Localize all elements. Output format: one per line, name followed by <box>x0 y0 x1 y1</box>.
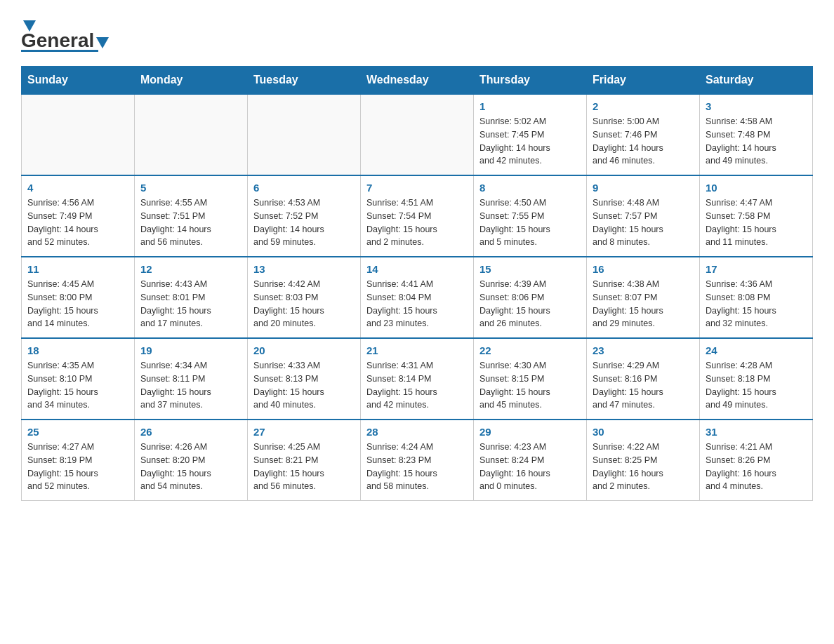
logo: General <box>21 14 109 52</box>
day-number: 1 <box>479 100 581 112</box>
weekday-header-sunday: Sunday <box>22 67 135 95</box>
weekday-header-wednesday: Wednesday <box>361 67 474 95</box>
day-number: 8 <box>479 182 581 194</box>
week-row-4: 18Sunrise: 4:35 AM Sunset: 8:10 PM Dayli… <box>22 338 813 420</box>
logo-underline <box>21 50 98 52</box>
calendar-cell: 2Sunrise: 5:00 AM Sunset: 7:46 PM Daylig… <box>587 94 700 175</box>
calendar-cell: 28Sunrise: 4:24 AM Sunset: 8:23 PM Dayli… <box>361 420 474 501</box>
day-info: Sunrise: 4:56 AM Sunset: 7:49 PM Dayligh… <box>27 196 128 249</box>
calendar-cell: 22Sunrise: 4:30 AM Sunset: 8:15 PM Dayli… <box>474 338 587 420</box>
day-info: Sunrise: 4:31 AM Sunset: 8:14 PM Dayligh… <box>366 359 468 412</box>
day-number: 24 <box>706 344 807 356</box>
day-number: 25 <box>27 426 128 438</box>
weekday-header-thursday: Thursday <box>474 67 587 95</box>
calendar-cell: 5Sunrise: 4:55 AM Sunset: 7:51 PM Daylig… <box>135 175 248 257</box>
day-info: Sunrise: 4:28 AM Sunset: 8:18 PM Dayligh… <box>706 359 807 412</box>
calendar-cell: 13Sunrise: 4:42 AM Sunset: 8:03 PM Dayli… <box>248 257 361 338</box>
day-number: 4 <box>27 182 128 194</box>
day-number: 15 <box>479 263 581 275</box>
calendar-cell: 9Sunrise: 4:48 AM Sunset: 7:57 PM Daylig… <box>587 175 700 257</box>
day-number: 20 <box>253 344 355 356</box>
calendar-cell <box>361 94 474 175</box>
calendar-cell: 15Sunrise: 4:39 AM Sunset: 8:06 PM Dayli… <box>474 257 587 338</box>
day-number: 23 <box>593 344 694 356</box>
day-number: 7 <box>366 182 468 194</box>
calendar-cell: 6Sunrise: 4:53 AM Sunset: 7:52 PM Daylig… <box>248 175 361 257</box>
day-info: Sunrise: 4:22 AM Sunset: 8:25 PM Dayligh… <box>593 441 694 493</box>
calendar-cell: 3Sunrise: 4:58 AM Sunset: 7:48 PM Daylig… <box>700 94 813 175</box>
week-row-1: 1Sunrise: 5:02 AM Sunset: 7:45 PM Daylig… <box>22 94 813 175</box>
day-number: 10 <box>706 182 807 194</box>
day-number: 16 <box>593 263 694 275</box>
calendar-cell: 24Sunrise: 4:28 AM Sunset: 8:18 PM Dayli… <box>700 338 813 420</box>
day-info: Sunrise: 4:43 AM Sunset: 8:01 PM Dayligh… <box>140 278 241 330</box>
calendar-cell: 23Sunrise: 4:29 AM Sunset: 8:16 PM Dayli… <box>587 338 700 420</box>
day-info: Sunrise: 4:23 AM Sunset: 8:24 PM Dayligh… <box>479 441 581 493</box>
day-info: Sunrise: 4:25 AM Sunset: 8:21 PM Dayligh… <box>253 441 355 493</box>
calendar-cell: 27Sunrise: 4:25 AM Sunset: 8:21 PM Dayli… <box>248 420 361 501</box>
weekday-header-saturday: Saturday <box>700 67 813 95</box>
weekday-header-row: SundayMondayTuesdayWednesdayThursdayFrid… <box>22 67 813 95</box>
calendar-cell: 16Sunrise: 4:38 AM Sunset: 8:07 PM Dayli… <box>587 257 700 338</box>
calendar-cell: 26Sunrise: 4:26 AM Sunset: 8:20 PM Dayli… <box>135 420 248 501</box>
day-info: Sunrise: 4:47 AM Sunset: 7:58 PM Dayligh… <box>706 196 807 249</box>
calendar-cell <box>135 94 248 175</box>
day-number: 28 <box>366 426 468 438</box>
calendar-cell: 10Sunrise: 4:47 AM Sunset: 7:58 PM Dayli… <box>700 175 813 257</box>
calendar-cell: 7Sunrise: 4:51 AM Sunset: 7:54 PM Daylig… <box>361 175 474 257</box>
day-number: 31 <box>706 426 807 438</box>
day-number: 30 <box>593 426 694 438</box>
logo-general-text2: General <box>21 29 94 52</box>
day-number: 2 <box>593 100 694 112</box>
day-info: Sunrise: 4:55 AM Sunset: 7:51 PM Dayligh… <box>140 196 241 249</box>
day-info: Sunrise: 4:29 AM Sunset: 8:16 PM Dayligh… <box>593 359 694 412</box>
day-info: Sunrise: 4:58 AM Sunset: 7:48 PM Dayligh… <box>706 115 807 168</box>
day-number: 21 <box>366 344 468 356</box>
day-info: Sunrise: 4:30 AM Sunset: 8:15 PM Dayligh… <box>479 359 581 412</box>
day-number: 26 <box>140 426 241 438</box>
day-info: Sunrise: 4:34 AM Sunset: 8:11 PM Dayligh… <box>140 359 241 412</box>
calendar-cell: 19Sunrise: 4:34 AM Sunset: 8:11 PM Dayli… <box>135 338 248 420</box>
day-number: 11 <box>27 263 128 275</box>
day-info: Sunrise: 4:38 AM Sunset: 8:07 PM Dayligh… <box>593 278 694 330</box>
week-row-5: 25Sunrise: 4:27 AM Sunset: 8:19 PM Dayli… <box>22 420 813 501</box>
day-info: Sunrise: 4:24 AM Sunset: 8:23 PM Dayligh… <box>366 441 468 493</box>
day-info: Sunrise: 4:36 AM Sunset: 8:08 PM Dayligh… <box>706 278 807 330</box>
day-info: Sunrise: 4:53 AM Sunset: 7:52 PM Dayligh… <box>253 196 355 249</box>
calendar-cell: 21Sunrise: 4:31 AM Sunset: 8:14 PM Dayli… <box>361 338 474 420</box>
day-number: 3 <box>706 100 807 112</box>
day-number: 19 <box>140 344 241 356</box>
day-info: Sunrise: 4:33 AM Sunset: 8:13 PM Dayligh… <box>253 359 355 412</box>
day-info: Sunrise: 5:00 AM Sunset: 7:46 PM Dayligh… <box>593 115 694 168</box>
day-number: 6 <box>253 182 355 194</box>
calendar-cell: 8Sunrise: 4:50 AM Sunset: 7:55 PM Daylig… <box>474 175 587 257</box>
calendar-cell: 17Sunrise: 4:36 AM Sunset: 8:08 PM Dayli… <box>700 257 813 338</box>
day-info: Sunrise: 4:35 AM Sunset: 8:10 PM Dayligh… <box>27 359 128 412</box>
day-info: Sunrise: 4:48 AM Sunset: 7:57 PM Dayligh… <box>593 196 694 249</box>
day-info: Sunrise: 4:45 AM Sunset: 8:00 PM Dayligh… <box>27 278 128 330</box>
calendar-cell: 25Sunrise: 4:27 AM Sunset: 8:19 PM Dayli… <box>22 420 135 501</box>
calendar-cell: 1Sunrise: 5:02 AM Sunset: 7:45 PM Daylig… <box>474 94 587 175</box>
calendar-cell: 18Sunrise: 4:35 AM Sunset: 8:10 PM Dayli… <box>22 338 135 420</box>
day-number: 17 <box>706 263 807 275</box>
weekday-header-monday: Monday <box>135 67 248 95</box>
calendar-cell: 29Sunrise: 4:23 AM Sunset: 8:24 PM Dayli… <box>474 420 587 501</box>
day-info: Sunrise: 4:50 AM Sunset: 7:55 PM Dayligh… <box>479 196 581 249</box>
calendar-cell: 11Sunrise: 4:45 AM Sunset: 8:00 PM Dayli… <box>22 257 135 338</box>
day-info: Sunrise: 4:21 AM Sunset: 8:26 PM Dayligh… <box>706 441 807 493</box>
day-number: 5 <box>140 182 241 194</box>
day-info: Sunrise: 4:27 AM Sunset: 8:19 PM Dayligh… <box>27 441 128 493</box>
day-number: 27 <box>253 426 355 438</box>
page-header: General <box>21 14 813 52</box>
day-info: Sunrise: 5:02 AM Sunset: 7:45 PM Dayligh… <box>479 115 581 168</box>
day-info: Sunrise: 4:39 AM Sunset: 8:06 PM Dayligh… <box>479 278 581 330</box>
calendar-table: SundayMondayTuesdayWednesdayThursdayFrid… <box>21 66 813 501</box>
day-number: 29 <box>479 426 581 438</box>
day-info: Sunrise: 4:26 AM Sunset: 8:20 PM Dayligh… <box>140 441 241 493</box>
logo-arrow-icon <box>96 37 109 48</box>
day-number: 13 <box>253 263 355 275</box>
day-info: Sunrise: 4:51 AM Sunset: 7:54 PM Dayligh… <box>366 196 468 249</box>
calendar-cell: 20Sunrise: 4:33 AM Sunset: 8:13 PM Dayli… <box>248 338 361 420</box>
calendar-cell <box>248 94 361 175</box>
calendar-cell: 14Sunrise: 4:41 AM Sunset: 8:04 PM Dayli… <box>361 257 474 338</box>
